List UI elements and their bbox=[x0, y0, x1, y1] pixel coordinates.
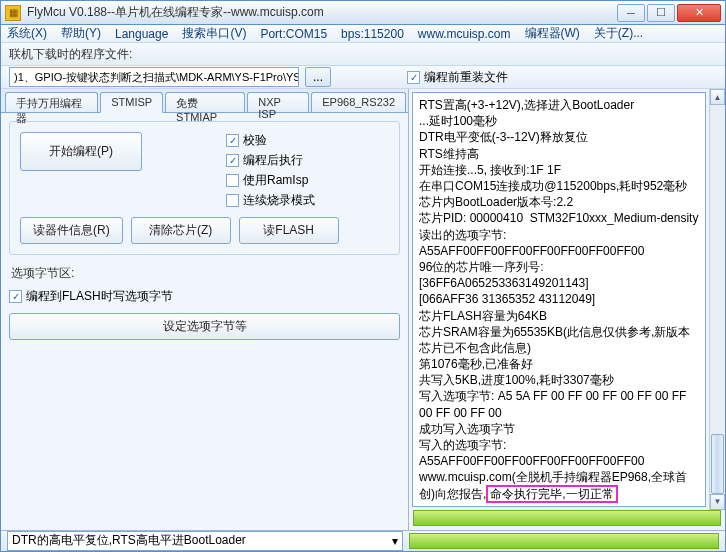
left-pane: 手持万用编程器 STMISP 免费STMIAP NXP ISP EP968_RS… bbox=[1, 89, 409, 530]
tab-ep968[interactable]: EP968_RS232 bbox=[311, 92, 406, 112]
right-pane: RTS置高(+3-+12V),选择进入BootLoader ...延时100毫秒… bbox=[409, 89, 725, 530]
write-option-checkbox[interactable]: ✓ bbox=[9, 290, 22, 303]
close-button[interactable]: ✕ bbox=[677, 4, 721, 22]
file-toolbar: 联机下载时的程序文件: bbox=[1, 43, 725, 66]
reset-mode-combo[interactable]: DTR的高电平复位,RTS高电平进BootLoader ▾ bbox=[7, 531, 403, 551]
log-output[interactable]: RTS置高(+3-+12V),选择进入BootLoader ...延时100毫秒… bbox=[412, 92, 706, 507]
tabs: 手持万用编程器 STMISP 免费STMIAP NXP ISP EP968_RS… bbox=[1, 89, 408, 113]
menu-port[interactable]: Port:COM15 bbox=[260, 27, 327, 41]
ramisp-checkbox[interactable] bbox=[226, 174, 239, 187]
bottom-bar: DTR的高电平复位,RTS高电平进BootLoader ▾ bbox=[1, 530, 725, 551]
scroll-track[interactable] bbox=[710, 105, 725, 494]
bottom-progress bbox=[409, 533, 719, 549]
minimize-button[interactable]: ─ bbox=[617, 4, 645, 22]
menubar: 系统(X) 帮助(Y) Language 搜索串口(V) Port:COM15 … bbox=[1, 25, 725, 43]
menu-about[interactable]: 关于(Z)... bbox=[594, 25, 643, 42]
read-info-button[interactable]: 读器件信息(R) bbox=[20, 217, 123, 244]
write-option-label: 编程到FLASH时写选项字节 bbox=[26, 288, 173, 305]
menu-site[interactable]: www.mcuisp.com bbox=[418, 27, 511, 41]
read-flash-button[interactable]: 读FLASH bbox=[239, 217, 339, 244]
tab-stmiap[interactable]: 免费STMIAP bbox=[165, 92, 245, 112]
app-icon: ▦ bbox=[5, 5, 21, 21]
browse-button[interactable]: ... bbox=[305, 67, 331, 87]
continuous-checkbox[interactable] bbox=[226, 194, 239, 207]
menu-help[interactable]: 帮助(Y) bbox=[61, 25, 101, 42]
content: 手持万用编程器 STMISP 免费STMIAP NXP ISP EP968_RS… bbox=[1, 89, 725, 530]
verify-label: 校验 bbox=[243, 132, 267, 149]
continuous-label: 连续烧录模式 bbox=[243, 192, 315, 209]
menu-system[interactable]: 系统(X) bbox=[7, 25, 47, 42]
progress-bar bbox=[413, 510, 721, 526]
tab-body: 开始编程(P) ✓校验 ✓编程后执行 使用RamIsp 连续烧录模式 读器件信息… bbox=[1, 113, 408, 530]
app-window: ▦ FlyMcu V0.188--单片机在线编程专家--www.mcuisp.c… bbox=[0, 0, 726, 552]
ramisp-label: 使用RamIsp bbox=[243, 172, 308, 189]
run-after-checkbox[interactable]: ✓ bbox=[226, 154, 239, 167]
start-program-button[interactable]: 开始编程(P) bbox=[20, 132, 142, 171]
tab-nxp[interactable]: NXP ISP bbox=[247, 92, 309, 112]
erase-button[interactable]: 清除芯片(Z) bbox=[131, 217, 231, 244]
chevron-down-icon: ▾ bbox=[392, 534, 398, 548]
log-text: RTS置高(+3-+12V),选择进入BootLoader ...延时100毫秒… bbox=[419, 98, 698, 501]
reload-checkbox[interactable]: ✓ bbox=[407, 71, 420, 84]
file-row: )1、GPIO-按键状态判断之扫描式\MDK-ARM\YS-F1Pro\YS-F… bbox=[1, 66, 725, 89]
run-after-label: 编程后执行 bbox=[243, 152, 303, 169]
file-path-field[interactable]: )1、GPIO-按键状态判断之扫描式\MDK-ARM\YS-F1Pro\YS-F… bbox=[9, 67, 299, 87]
reload-label: 编程前重装文件 bbox=[424, 69, 508, 86]
program-group: 开始编程(P) ✓校验 ✓编程后执行 使用RamIsp 连续烧录模式 读器件信息… bbox=[9, 121, 400, 255]
file-label: 联机下载时的程序文件: bbox=[9, 46, 132, 63]
window-title: FlyMcu V0.188--单片机在线编程专家--www.mcuisp.com bbox=[27, 4, 617, 21]
menu-language[interactable]: Language bbox=[115, 27, 168, 41]
set-option-button[interactable]: 设定选项字节等 bbox=[9, 313, 400, 340]
menu-bps[interactable]: bps:115200 bbox=[341, 27, 404, 41]
menu-programmer[interactable]: 编程器(W) bbox=[525, 25, 580, 42]
log-highlight: 命令执行完毕,一切正常 bbox=[486, 485, 617, 503]
scroll-thumb[interactable] bbox=[711, 434, 724, 494]
scroll-up-button[interactable]: ▲ bbox=[710, 89, 725, 105]
scroll-down-button[interactable]: ▼ bbox=[710, 494, 725, 510]
reload-checkbox-row: ✓ 编程前重装文件 bbox=[407, 69, 508, 86]
combo-value: DTR的高电平复位,RTS高电平进BootLoader bbox=[12, 532, 246, 549]
log-scrollbar[interactable]: ▲ ▼ bbox=[709, 89, 725, 510]
window-buttons: ─ ☐ ✕ bbox=[617, 4, 721, 22]
titlebar: ▦ FlyMcu V0.188--单片机在线编程专家--www.mcuisp.c… bbox=[1, 1, 725, 25]
maximize-button[interactable]: ☐ bbox=[647, 4, 675, 22]
verify-checkbox[interactable]: ✓ bbox=[226, 134, 239, 147]
option-bytes-label: 选项字节区: bbox=[11, 265, 398, 282]
menu-search-port[interactable]: 搜索串口(V) bbox=[182, 25, 246, 42]
tab-handheld[interactable]: 手持万用编程器 bbox=[5, 92, 98, 112]
tab-stmisp[interactable]: STMISP bbox=[100, 92, 163, 113]
